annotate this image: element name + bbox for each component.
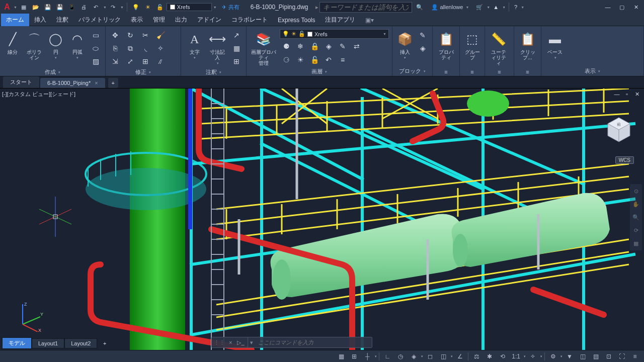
sb-filter-icon[interactable]: ▼ — [564, 351, 576, 361]
help-icon[interactable]: ? — [514, 4, 517, 10]
sb-quickprops-icon[interactable]: ▤ — [590, 351, 602, 361]
vp-restore-icon[interactable]: ▫ — [623, 90, 631, 98]
trim-icon[interactable]: ✂ — [139, 29, 152, 41]
tab-manage[interactable]: 管理 — [148, 14, 170, 26]
stretch-icon[interactable]: ⇲ — [109, 55, 122, 67]
sb-customize-icon[interactable]: ≡ — [629, 351, 641, 361]
layer-state-icon[interactable]: ≡ — [336, 54, 349, 66]
properties-button[interactable]: 📋プロパティ — [436, 29, 456, 61]
viewport-label[interactable]: [-][カスタム ビュー][シェード] — [2, 90, 75, 98]
clipboard-button[interactable]: 📋クリップ... — [517, 29, 538, 61]
nav-zoom-icon[interactable]: 🔍 — [631, 212, 641, 222]
ucs-icon[interactable]: Z Y X — [15, 302, 45, 332]
add-tab-button[interactable]: + — [108, 78, 118, 88]
dimension-button[interactable]: ⟷寸法記入▾ — [207, 29, 228, 66]
navigation-bar[interactable]: ⊙ ✋ 🔍 ⟳ ▦ — [630, 184, 642, 250]
lock-icon[interactable]: 🔓 — [154, 2, 166, 13]
layer-make-icon[interactable]: ✎ — [336, 40, 349, 52]
sun-icon[interactable]: ☀ — [142, 2, 153, 13]
array-icon[interactable]: ⊞ — [139, 55, 152, 67]
command-input[interactable] — [255, 339, 372, 345]
circle-button[interactable]: ◯円▾ — [46, 29, 66, 61]
web-mobile-icon[interactable]: 📱 — [66, 2, 77, 13]
tab-addin[interactable]: アドイン — [192, 14, 226, 26]
sb-units-icon[interactable]: ◫ — [577, 351, 589, 361]
text-button[interactable]: A文字▾ — [184, 29, 205, 61]
layer-thaw-icon[interactable]: ☀ — [294, 54, 307, 66]
help-search-input[interactable] — [319, 2, 412, 13]
ellipse-icon[interactable]: ⬭ — [89, 42, 102, 54]
block-attr-icon[interactable]: ◈ — [416, 42, 429, 54]
layer-on-icon[interactable]: ⚆ — [280, 54, 293, 66]
open-icon[interactable]: 📂 — [30, 2, 41, 13]
layout-tab-2[interactable]: Layout2 — [64, 338, 97, 348]
share-button[interactable]: ✈ 共有 — [222, 4, 239, 11]
table-icon[interactable]: ▦ — [230, 42, 243, 54]
layer-prev-icon[interactable]: ↶ — [322, 54, 335, 66]
sb-otrack-icon[interactable]: ∠ — [454, 351, 466, 361]
close-button[interactable]: ✕ — [630, 2, 642, 12]
tab-collaborate[interactable]: コラボレート — [226, 14, 273, 26]
plot-icon[interactable]: 🖨 — [78, 2, 90, 13]
current-layer-selector[interactable]: 💡 ☀ 🔓 Xrefs ▼ — [280, 29, 389, 39]
hatch-icon[interactable]: ▨ — [89, 55, 102, 67]
sb-hardware-icon[interactable]: ⊡ — [603, 351, 615, 361]
tab-annotate[interactable]: 注釈 — [51, 14, 73, 26]
explode-icon[interactable]: ✧ — [154, 42, 167, 54]
nav-wheel-icon[interactable]: ⊙ — [631, 186, 641, 196]
tab-view[interactable]: 表示 — [126, 14, 148, 26]
qat-dropdown[interactable]: ▼ — [213, 6, 217, 9]
scale-icon[interactable]: ⤢ — [124, 55, 137, 67]
block-edit-icon[interactable]: ✎ — [416, 29, 429, 41]
offset-icon[interactable]: ⫽ — [154, 55, 167, 67]
tab-insert[interactable]: 挿入 — [29, 14, 51, 26]
leader-icon[interactable]: ↗ — [230, 29, 243, 41]
sb-annoauto-icon[interactable]: ⟲ — [497, 351, 509, 361]
user-account-button[interactable]: 👤 allenlowe ▼ — [431, 4, 469, 11]
minimize-button[interactable]: — — [602, 2, 614, 12]
sb-scale-label[interactable]: 1:1 — [510, 351, 522, 361]
bulb-icon[interactable]: 💡 — [130, 2, 141, 13]
tab-parametric[interactable]: パラメトリック — [73, 14, 126, 26]
sb-grid-icon[interactable]: ⊞ — [348, 351, 360, 361]
layer-lock-icon[interactable]: 🔒 — [308, 40, 321, 52]
field-icon[interactable]: ⊞ — [230, 55, 243, 67]
cart-icon[interactable]: 🛒 — [476, 4, 483, 11]
wcs-label[interactable]: WCS — [615, 156, 634, 164]
autodesk-app-icon[interactable]: ▲ — [493, 4, 499, 10]
close-tab-icon[interactable]: × — [95, 80, 98, 86]
app-menu-dropdown[interactable]: ▼ — [14, 6, 17, 9]
sb-gizmo-icon[interactable]: ✧ — [527, 351, 539, 361]
search-icon[interactable]: 🔍 — [416, 4, 423, 11]
group-button[interactable]: ⬚グループ — [463, 29, 481, 61]
tab-express[interactable]: Express Tools — [273, 15, 320, 26]
sb-cleanscreen-icon[interactable]: ⛶ — [616, 351, 628, 361]
utility-button[interactable]: 📏ユーティリティ — [488, 29, 509, 67]
doc-tab-file[interactable]: 6-B-1000_Piping*× — [40, 78, 105, 88]
tab-featured[interactable]: 注目アプリ — [320, 14, 360, 26]
sb-snap-icon[interactable]: ┼ — [361, 351, 373, 361]
line-button[interactable]: ╱線分 — [3, 29, 23, 56]
layer-match-icon[interactable]: ⇄ — [350, 40, 363, 52]
nav-pan-icon[interactable]: ✋ — [631, 199, 641, 209]
layer-iso-icon[interactable]: ◈ — [322, 40, 335, 52]
tab-home[interactable]: ホーム — [1, 14, 29, 26]
sb-ortho-icon[interactable]: ∟ — [381, 351, 393, 361]
vp-close-icon[interactable]: ✕ — [633, 90, 641, 98]
cmd-close-icon[interactable]: × — [227, 339, 234, 345]
rect-icon[interactable]: ▭ — [89, 29, 102, 41]
block-insert-button[interactable]: 📦挿入▾ — [395, 29, 414, 61]
vp-minimize-icon[interactable]: — — [613, 90, 621, 98]
layout-tab-model[interactable]: モデル — [2, 337, 32, 349]
new-icon[interactable]: ▦ — [18, 2, 29, 13]
move-icon[interactable]: ✥ — [109, 29, 122, 41]
saveas-icon[interactable]: 💾 — [54, 2, 65, 13]
doc-tab-start[interactable]: スタート — [3, 76, 39, 88]
rotate-icon[interactable]: ↻ — [124, 29, 137, 41]
tab-extra-icon[interactable]: ▣▾ — [360, 15, 379, 26]
add-layout-button[interactable]: + — [99, 338, 110, 348]
undo-icon[interactable]: ↶ — [91, 2, 102, 13]
layer-properties-button[interactable]: 📚画層プロパティ 管理 — [250, 29, 278, 67]
redo-icon[interactable]: ↷ — [108, 2, 119, 13]
base-button[interactable]: ▬ベース▾ — [544, 29, 566, 61]
